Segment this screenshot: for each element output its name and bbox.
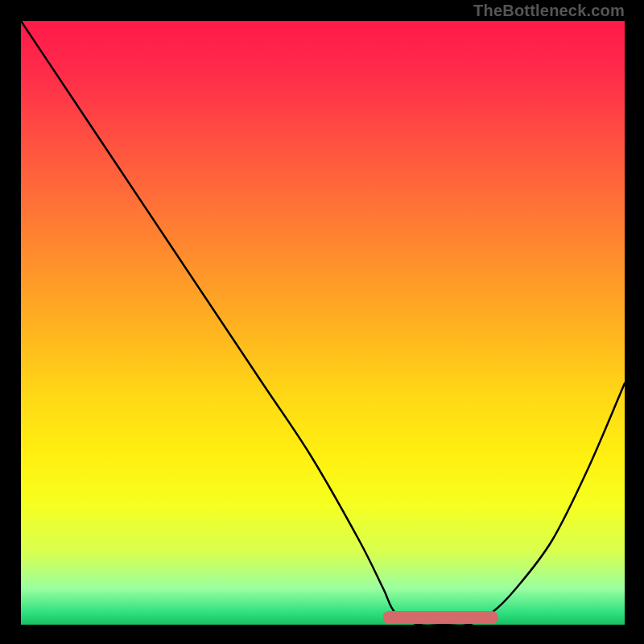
chart-container: TheBottleneck.com [0, 0, 644, 644]
plot-area [21, 21, 625, 625]
attribution-text: TheBottleneck.com [473, 2, 625, 20]
curve-svg [21, 21, 625, 625]
bottleneck-curve-path [21, 21, 625, 625]
